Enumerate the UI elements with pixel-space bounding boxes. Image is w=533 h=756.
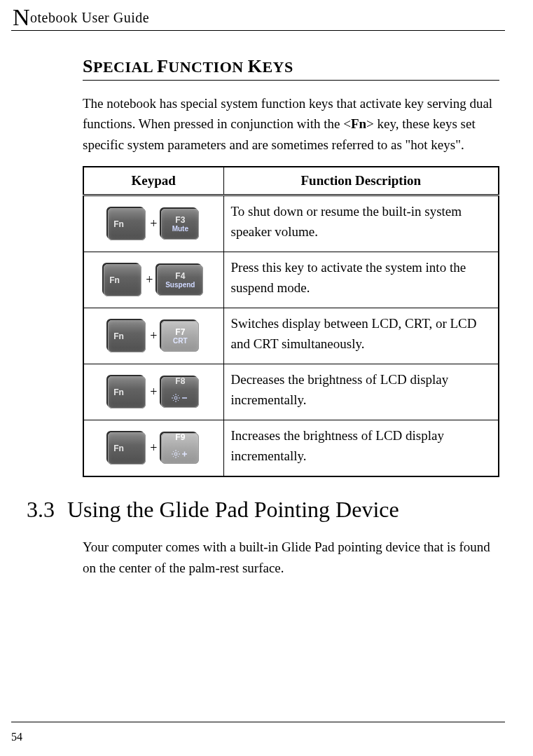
desc-cell: To shut down or resume the built-in syst… xyxy=(223,195,499,252)
f4-suspend-key-icon: F4 Suspend xyxy=(157,265,203,296)
function-keys-table: Keypad Function Description Fn + F3 Mute xyxy=(83,166,499,477)
desc-cell: Decreases the brightness of LCD display … xyxy=(223,364,499,420)
svg-line-6 xyxy=(178,399,179,400)
running-head-rest: otebook User Guide xyxy=(30,10,149,25)
footer-rule xyxy=(11,722,505,722)
running-head: Notebook User Guide xyxy=(11,10,505,31)
svg-line-16 xyxy=(178,455,179,456)
desc-cell: Switches display between LCD, CRT, or LC… xyxy=(223,308,499,364)
plus-icon: + xyxy=(150,327,157,345)
svg-point-10 xyxy=(174,453,177,455)
svg-line-8 xyxy=(178,395,179,396)
key-combo: Fn + F8 xyxy=(108,376,199,408)
f3-mute-key-icon: F3 Mute xyxy=(161,209,199,240)
fn-key-icon: Fn xyxy=(108,208,146,240)
f9-brightness-up-key-icon: F9 xyxy=(161,433,199,464)
section-title: Using the Glide Pad Pointing Device xyxy=(67,497,399,523)
fn-key-icon: Fn xyxy=(108,432,146,465)
svg-line-15 xyxy=(173,451,174,452)
th-desc: Function Description xyxy=(223,167,499,195)
svg-line-18 xyxy=(178,451,179,452)
plus-icon: + xyxy=(146,270,153,289)
desc-cell: Press this key to activate the system in… xyxy=(223,252,499,308)
table-row: Fn + F3 Mute To shut down or resume the … xyxy=(83,195,499,252)
table-row: Fn + F9 Increases the brightness of LCD … xyxy=(83,420,499,477)
section-heading: SPECIAL FUNCTION KEYS xyxy=(83,56,499,81)
running-head-dropcap: N xyxy=(13,4,30,30)
section-paragraph: Your computer comes with a built-in Glid… xyxy=(83,537,499,578)
svg-line-5 xyxy=(173,395,174,396)
fn-key-icon: Fn xyxy=(104,264,141,296)
f8-brightness-down-key-icon: F8 xyxy=(161,377,199,408)
fn-key-icon: Fn xyxy=(108,320,146,352)
svg-line-17 xyxy=(173,455,174,456)
intro-paragraph: The notebook has special system function… xyxy=(83,93,499,155)
brightness-down-icon xyxy=(172,388,188,408)
section-number: 3.3 xyxy=(27,497,55,523)
fn-key-icon: Fn xyxy=(108,376,146,408)
key-combo: Fn + F9 xyxy=(108,432,199,465)
key-combo: Fn + F3 Mute xyxy=(108,208,199,240)
brightness-up-icon xyxy=(172,444,188,465)
key-combo: Fn + F4 Suspend xyxy=(104,264,203,296)
desc-cell: Increases the brightness of LCD display … xyxy=(223,420,499,477)
f7-crt-key-icon: F7 CRT xyxy=(161,321,199,352)
th-keypad: Keypad xyxy=(83,167,223,195)
key-combo: Fn + F7 CRT xyxy=(108,320,199,352)
table-row: Fn + F7 CRT Switches display between LCD… xyxy=(83,308,499,364)
svg-line-7 xyxy=(173,399,174,400)
section-title-row: 3.3 Using the Glide Pad Pointing Device xyxy=(27,497,499,523)
plus-icon: + xyxy=(150,383,157,401)
table-row: Fn + F4 Suspend Press this key to activa… xyxy=(83,252,499,308)
plus-icon: + xyxy=(150,439,157,458)
svg-point-0 xyxy=(174,397,177,399)
page-number: 54 xyxy=(11,731,22,743)
plus-icon: + xyxy=(150,214,157,233)
table-row: Fn + F8 Decreases the brightness of LCD … xyxy=(83,364,499,420)
